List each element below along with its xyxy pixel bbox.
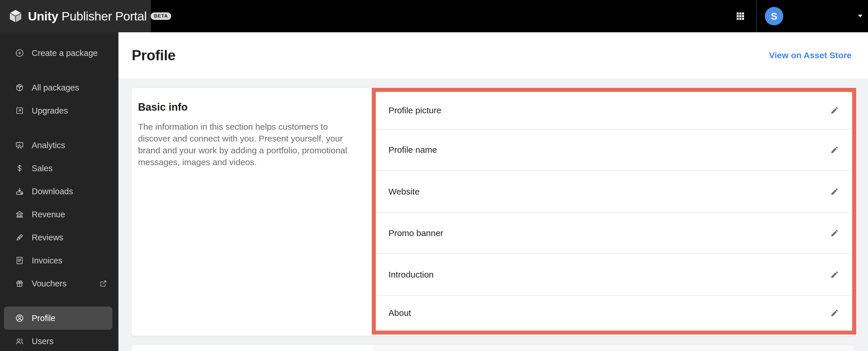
- dollar-icon: [15, 164, 24, 173]
- sidebar-item-label: Revenue: [32, 210, 65, 219]
- user-menu-button[interactable]: [856, 10, 865, 22]
- field-label: Profile name: [389, 145, 437, 155]
- sidebar-item-label: Downloads: [32, 187, 73, 196]
- brand-title: Unity Publisher Portal: [28, 9, 147, 23]
- topbar: Unity Publisher Portal BETA S: [0, 0, 868, 32]
- edit-about-button[interactable]: [828, 306, 841, 320]
- pencil-icon: [830, 309, 839, 317]
- download-tray-icon: [15, 187, 24, 196]
- package-box-icon: [15, 83, 24, 92]
- edit-profile-name-button[interactable]: [828, 143, 841, 157]
- avatar-initial: S: [771, 11, 777, 22]
- external-link-icon: [99, 280, 107, 288]
- topbar-right-cluster: S: [729, 0, 868, 32]
- sidebar: Create a package All packages Upgrades A…: [0, 32, 119, 351]
- edit-promo-banner-button[interactable]: [828, 226, 841, 240]
- field-label: Profile picture: [389, 105, 441, 115]
- basic-info-description: The information in this section helps cu…: [138, 121, 356, 168]
- pencil-icon: [830, 187, 839, 196]
- gift-icon: [15, 279, 24, 288]
- sidebar-item-label: Analytics: [32, 140, 65, 150]
- basic-info-card: Basic info The information in this secti…: [131, 88, 855, 336]
- edit-profile-picture-button[interactable]: [828, 103, 841, 117]
- sidebar-item-create-a-package[interactable]: Create a package: [4, 41, 113, 65]
- brand-home-link[interactable]: Unity Publisher Portal BETA: [0, 0, 151, 32]
- edit-introduction-button[interactable]: [828, 268, 841, 282]
- sidebar-item-users[interactable]: Users: [4, 330, 113, 351]
- upgrade-arrow-icon: [15, 106, 24, 115]
- sidebar-item-vouchers[interactable]: Vouchers: [4, 272, 113, 295]
- profile-field-row-introduction: Introduction: [376, 254, 852, 296]
- edit-website-button[interactable]: [828, 185, 841, 198]
- sidebar-item-label: Profile: [32, 314, 55, 323]
- profile-field-row-website: Website: [376, 171, 852, 213]
- pencil-icon: [830, 146, 839, 154]
- main-content: Profile View on Asset Store Basic info T…: [119, 32, 868, 351]
- invoice-document-icon: [15, 256, 24, 265]
- sidebar-item-label: Users: [32, 337, 54, 346]
- sidebar-item-invoices[interactable]: Invoices: [4, 249, 113, 272]
- sidebar-item-label: Create a package: [32, 49, 98, 58]
- bank-icon: [15, 210, 24, 219]
- users-icon: [15, 337, 24, 346]
- next-section-card: [131, 345, 855, 351]
- sidebar-item-downloads[interactable]: Downloads: [4, 180, 113, 203]
- profile-fields-list: Profile picture Profile name Website Pro…: [376, 92, 852, 330]
- page-title: Profile: [132, 47, 176, 64]
- sidebar-item-label: Reviews: [32, 233, 63, 242]
- pencil-icon: [830, 270, 839, 279]
- plus-circle-icon: [15, 49, 24, 58]
- sidebar-item-label: All packages: [32, 83, 79, 93]
- avatar[interactable]: S: [765, 7, 783, 25]
- sidebar-item-label: Invoices: [32, 256, 62, 265]
- sidebar-item-label: Upgrades: [32, 106, 68, 116]
- sidebar-item-revenue[interactable]: Revenue: [4, 203, 113, 226]
- sidebar-item-sales[interactable]: Sales: [4, 157, 113, 180]
- page-header: Profile View on Asset Store: [119, 32, 868, 78]
- profile-field-row-promo-banner: Promo banner: [376, 213, 852, 254]
- topbar-divider: [756, 0, 757, 32]
- analytics-board-icon: [15, 140, 24, 150]
- field-label: Promo banner: [389, 228, 443, 238]
- pencil-icon: [830, 106, 839, 115]
- caret-down-icon: [857, 14, 863, 18]
- profile-field-row-profile-picture: Profile picture: [376, 92, 852, 129]
- sidebar-item-analytics[interactable]: Analytics: [4, 134, 113, 157]
- view-on-asset-store-link[interactable]: View on Asset Store: [769, 51, 851, 60]
- sidebar-item-profile[interactable]: Profile: [4, 307, 113, 330]
- sidebar-item-label: Vouchers: [32, 279, 67, 288]
- grid-icon: [736, 11, 745, 21]
- next-section-card-right-panel: [373, 345, 855, 351]
- apps-grid-button[interactable]: [729, 0, 751, 32]
- beta-badge: BETA: [151, 12, 171, 20]
- field-label: Website: [389, 187, 420, 196]
- sidebar-item-upgrades[interactable]: Upgrades: [4, 99, 113, 122]
- field-label: About: [389, 308, 411, 318]
- sidebar-item-all-packages[interactable]: All packages: [4, 76, 113, 99]
- basic-info-intro: Basic info The information in this secti…: [131, 88, 372, 168]
- sidebar-item-label: Sales: [32, 164, 53, 173]
- basic-info-title: Basic info: [138, 101, 361, 113]
- pencil-icon: [830, 229, 839, 237]
- person-circle-icon: [15, 314, 24, 323]
- profile-field-row-about: About: [376, 296, 852, 330]
- unity-logo-icon: [7, 8, 24, 24]
- pen-nib-icon: [15, 233, 24, 242]
- field-label: Introduction: [389, 270, 434, 280]
- profile-field-row-profile-name: Profile name: [376, 129, 852, 171]
- sidebar-item-reviews[interactable]: Reviews: [4, 226, 113, 249]
